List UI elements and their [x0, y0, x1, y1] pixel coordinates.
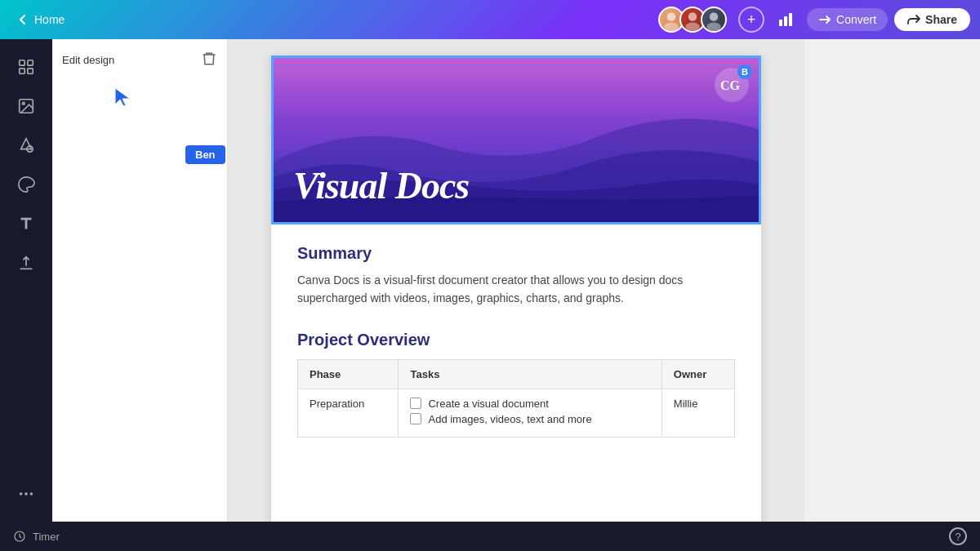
share-label: Share [925, 13, 957, 26]
col-phase: Phase [298, 359, 399, 389]
svg-point-18 [30, 492, 33, 495]
add-label: + [747, 11, 756, 29]
right-panel [804, 39, 980, 522]
banner-user-dot: B [737, 64, 752, 79]
task-item-2: Add images, videos, text and more [410, 413, 649, 425]
sidebar-item-paint[interactable] [8, 167, 44, 202]
convert-button[interactable]: Convert [807, 8, 888, 31]
svg-point-2 [688, 12, 697, 21]
user-cursor-indicator: Ben [114, 87, 138, 111]
topbar: Home + Convert Share [0, 0, 980, 39]
summary-text: Canva Docs is a visual-first document cr… [297, 271, 735, 308]
left-panel: Edit design Ben [52, 39, 228, 522]
shapes-icon [17, 136, 35, 154]
summary-heading: Summary [297, 244, 735, 263]
document-banner: CG B Visual Docs [271, 56, 761, 224]
convert-icon [818, 13, 831, 26]
upload-icon [17, 254, 35, 272]
svg-rect-8 [789, 13, 792, 26]
banner-title: Visual Docs [293, 164, 469, 207]
svg-point-5 [706, 23, 721, 32]
sidebar-item-text[interactable] [8, 206, 44, 242]
cell-tasks: Create a visual document Add images, vid… [399, 389, 662, 437]
cursor-arrow-icon [114, 87, 131, 109]
svg-rect-10 [28, 60, 33, 65]
task-checkbox-2[interactable] [410, 413, 421, 424]
sidebar-item-grid[interactable] [8, 49, 44, 85]
trash-icon [201, 51, 217, 67]
project-table: Phase Tasks Owner Preparation Create a v… [297, 359, 735, 438]
sidebar-item-upload[interactable] [8, 245, 44, 281]
edit-design-label: Edit design [62, 54, 114, 66]
home-button[interactable]: Home [10, 10, 71, 29]
bottom-bar: Timer ? [0, 522, 980, 551]
svg-rect-12 [28, 69, 33, 73]
home-label: Home [34, 13, 65, 26]
delete-button[interactable] [201, 51, 217, 69]
task-checkbox-1[interactable] [410, 398, 421, 409]
document-page: CG B Visual Docs Summary Canva Docs is a… [271, 56, 761, 522]
svg-rect-6 [779, 20, 782, 26]
share-button[interactable]: Share [894, 8, 970, 31]
share-icon [907, 13, 920, 26]
svg-point-16 [20, 492, 23, 495]
text-icon [17, 215, 35, 233]
convert-label: Convert [836, 13, 876, 26]
svg-point-0 [667, 12, 676, 21]
image-icon [17, 97, 35, 115]
canvas-area[interactable]: CG B Visual Docs Summary Canva Docs is a… [228, 39, 804, 522]
task-label-2: Add images, videos, text and more [428, 413, 591, 425]
svg-rect-7 [784, 16, 787, 26]
svg-point-17 [24, 492, 28, 495]
col-tasks: Tasks [399, 359, 662, 389]
avatar-3 [701, 7, 727, 33]
project-heading: Project Overview [297, 331, 735, 349]
add-collaborator-button[interactable]: + [738, 7, 764, 33]
timer-icon [13, 530, 26, 543]
table-row: Preparation Create a visual document Add… [298, 389, 735, 437]
cell-owner: Millie [662, 389, 734, 437]
analytics-button[interactable] [771, 7, 800, 33]
svg-rect-9 [20, 60, 24, 65]
collaborator-avatars [658, 7, 727, 33]
timer-section[interactable]: Timer [13, 530, 60, 543]
svg-point-3 [685, 23, 700, 32]
svg-point-4 [710, 12, 719, 21]
more-icon [17, 485, 35, 503]
sidebar-item-shapes[interactable] [8, 127, 44, 163]
cell-phase: Preparation [298, 389, 399, 437]
analytics-icon [777, 11, 794, 28]
help-button[interactable]: ? [949, 527, 967, 545]
main-area: Edit design Ben [0, 39, 980, 522]
svg-text:CG: CG [720, 78, 741, 92]
col-owner: Owner [662, 359, 734, 389]
paint-icon [17, 176, 35, 193]
user-tag: Ben [185, 145, 225, 164]
logo-icon: CG [720, 77, 743, 93]
svg-point-14 [22, 102, 24, 104]
timer-label: Timer [33, 531, 60, 543]
sidebar-item-image[interactable] [8, 88, 44, 124]
sidebar-item-more[interactable] [8, 476, 44, 512]
back-arrow-icon [16, 13, 29, 26]
svg-rect-11 [20, 69, 24, 73]
doc-content: Summary Canva Docs is a visual-first doc… [271, 224, 761, 457]
banner-logo: CG B [715, 68, 749, 102]
task-label-1: Create a visual document [428, 398, 548, 410]
grid-icon [17, 58, 35, 76]
sidebar [0, 39, 52, 522]
task-item-1: Create a visual document [410, 398, 649, 410]
svg-point-1 [664, 23, 679, 32]
